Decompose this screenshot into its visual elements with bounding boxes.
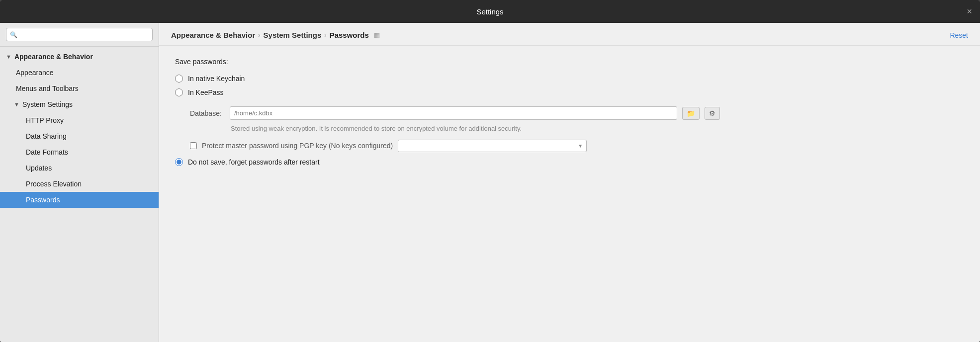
radio-option-forget[interactable]: Do not save, forget passwords after rest… (175, 158, 964, 166)
settings-window: Settings × 🔍 ▼ Appearance & Behavior App… (0, 0, 980, 342)
sidebar-section-appearance-behavior: ▼ Appearance & Behavior Appearance Menus… (0, 47, 159, 210)
sidebar-group-appearance-behavior[interactable]: ▼ Appearance & Behavior (0, 49, 159, 65)
folder-icon: 📁 (687, 109, 695, 117)
breadcrumb-sep-2: › (324, 31, 326, 39)
sidebar-item-updates[interactable]: Updates (0, 160, 159, 176)
pgp-checkbox[interactable] (190, 142, 197, 149)
radio-keepass-label: In KeePass (188, 88, 224, 96)
window-title: Settings (476, 7, 503, 16)
radio-option-native-keychain[interactable]: In native Keychain (175, 75, 964, 83)
radio-native-keychain-label: In native Keychain (188, 75, 245, 83)
main-body: Save passwords: In native Keychain In Ke… (159, 46, 980, 342)
pgp-dropdown[interactable] (398, 140, 587, 152)
content-area: 🔍 ▼ Appearance & Behavior Appearance Men… (0, 23, 980, 342)
radio-forget-label: Do not save, forget passwords after rest… (188, 158, 320, 166)
breadcrumb-item-2: System Settings (264, 31, 322, 39)
chevron-down-icon: ▼ (6, 54, 11, 60)
pgp-row: Protect master password using PGP key (N… (190, 140, 964, 152)
breadcrumb-menu-icon: ▦ (374, 31, 380, 39)
radio-native-keychain[interactable] (175, 75, 183, 83)
titlebar: Settings × (0, 0, 980, 23)
sidebar-group-label: Appearance & Behavior (14, 53, 93, 61)
sidebar-item-http-proxy[interactable]: HTTP Proxy (0, 112, 159, 128)
breadcrumb-item-1: Appearance & Behavior (171, 31, 255, 39)
gear-icon: ⚙ (709, 109, 715, 117)
pgp-label: Protect master password using PGP key (N… (202, 142, 393, 150)
database-settings-button[interactable]: ⚙ (705, 107, 720, 120)
keepass-section: Database: 📁 ⚙ Stored using weak encrypti… (190, 106, 964, 152)
close-button[interactable]: × (967, 7, 972, 16)
pgp-select-wrapper (398, 140, 587, 152)
database-label: Database: (190, 109, 225, 117)
database-input[interactable] (230, 106, 677, 120)
sidebar-subgroup-system-settings: ▼ System Settings HTTP Proxy Data Sharin… (0, 96, 159, 208)
radio-option-keepass[interactable]: In KeePass (175, 88, 964, 96)
database-browse-button[interactable]: 📁 (682, 107, 700, 120)
sidebar-item-date-formats[interactable]: Date Formats (0, 144, 159, 160)
sidebar-item-appearance[interactable]: Appearance (0, 65, 159, 81)
breadcrumb: Appearance & Behavior › System Settings … (171, 31, 380, 39)
search-input[interactable] (6, 28, 153, 41)
chevron-down-icon: ▼ (14, 101, 19, 107)
radio-keepass[interactable] (175, 88, 183, 96)
sidebar-item-passwords[interactable]: Passwords (0, 192, 159, 208)
breadcrumb-sep-1: › (258, 31, 260, 39)
main-content: Appearance & Behavior › System Settings … (159, 23, 980, 342)
save-passwords-label: Save passwords: (175, 58, 964, 66)
warning-text: Stored using weak encryption. It is reco… (231, 124, 579, 134)
radio-forget[interactable] (175, 158, 183, 166)
search-wrapper: 🔍 (6, 28, 153, 41)
sidebar-item-data-sharing[interactable]: Data Sharing (0, 128, 159, 144)
sidebar-item-process-elevation[interactable]: Process Elevation (0, 176, 159, 192)
database-row: Database: 📁 ⚙ (190, 106, 964, 120)
sidebar-item-menus-toolbars[interactable]: Menus and Toolbars (0, 81, 159, 96)
main-header: Appearance & Behavior › System Settings … (159, 23, 980, 46)
reset-button[interactable]: Reset (950, 31, 968, 39)
radio-group: In native Keychain In KeePass Database: (175, 75, 964, 166)
sidebar: 🔍 ▼ Appearance & Behavior Appearance Men… (0, 23, 159, 342)
search-icon: 🔍 (10, 31, 17, 38)
sidebar-subgroup-system-settings-header[interactable]: ▼ System Settings (0, 96, 159, 112)
search-container: 🔍 (0, 23, 159, 47)
breadcrumb-current: Passwords (330, 31, 369, 39)
